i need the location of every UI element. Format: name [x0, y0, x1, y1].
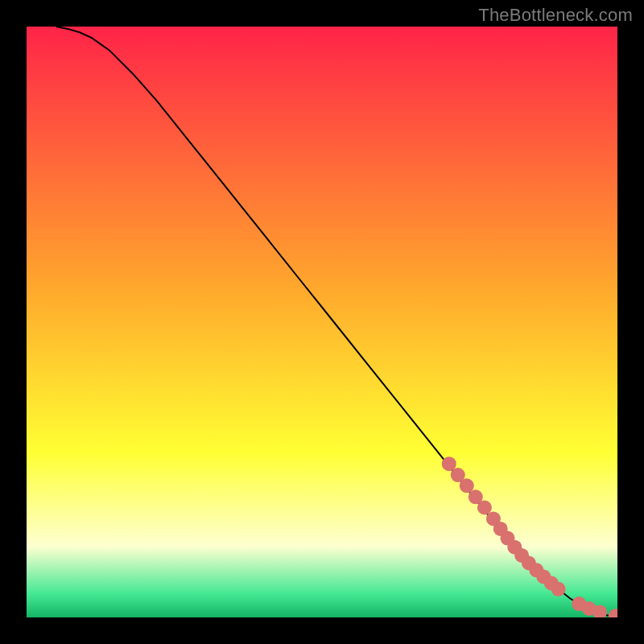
bottleneck-chart — [27, 27, 617, 617]
data-marker — [460, 478, 474, 493]
chart-frame — [27, 27, 617, 617]
attribution-text: TheBottleneck.com — [478, 5, 633, 26]
gradient-background — [27, 27, 617, 617]
data-marker — [551, 582, 566, 597]
